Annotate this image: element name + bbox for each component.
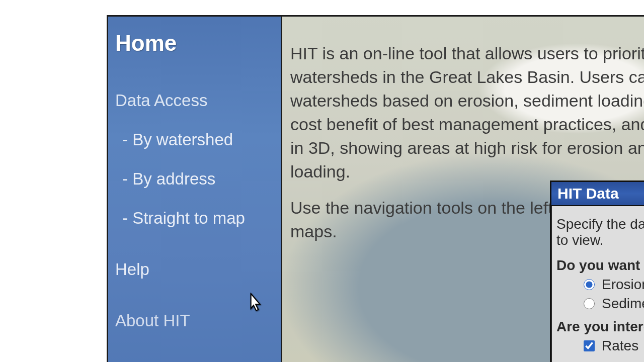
sidebar-item-by-watershed[interactable]: By watershed xyxy=(122,130,274,149)
sidebar-section-data-access: Data Access xyxy=(115,91,274,110)
panel-body: Specify the data you would like to view.… xyxy=(551,206,644,362)
panel-question-1: Do you want to view: xyxy=(556,257,644,274)
hit-data-panel: HIT Data Specify the data you would like… xyxy=(550,180,644,362)
radio-erosion[interactable] xyxy=(584,279,595,290)
intro-paragraph-1: HIT is an on-line tool that allows users… xyxy=(290,42,644,183)
sidebar: Home Data Access By watershed By address… xyxy=(108,17,282,362)
option-rates[interactable]: Rates xyxy=(584,338,644,354)
sidebar-item-help[interactable]: Help xyxy=(115,260,274,279)
option-erosion-label: Erosion xyxy=(602,277,644,293)
option-rates-label: Rates xyxy=(602,338,638,354)
sidebar-item-straight-to-map[interactable]: Straight to map xyxy=(122,209,274,228)
panel-titlebar[interactable]: HIT Data xyxy=(551,182,644,206)
option-erosion[interactable]: Erosion xyxy=(584,277,644,293)
option-sediment[interactable]: Sediment xyxy=(584,296,644,312)
checkbox-rates[interactable] xyxy=(584,340,595,351)
sidebar-item-by-address[interactable]: By address xyxy=(122,169,274,189)
sidebar-item-home[interactable]: Home xyxy=(115,31,274,56)
panel-question-2: Are you interested in: xyxy=(556,319,644,335)
app-window: Home Data Access By watershed By address… xyxy=(107,15,644,362)
panel-intro: Specify the data you would like to view. xyxy=(556,216,644,248)
option-sediment-label: Sediment xyxy=(602,296,644,312)
radio-sediment[interactable] xyxy=(584,298,595,309)
sidebar-item-about[interactable]: About HIT xyxy=(115,311,274,330)
